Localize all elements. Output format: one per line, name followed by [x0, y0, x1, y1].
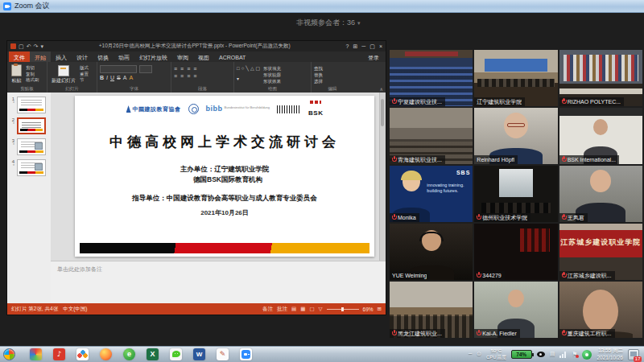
- shape-rect2-icon[interactable]: ▢: [256, 66, 261, 75]
- collapse-ribbon-icon[interactable]: ∧: [380, 86, 383, 92]
- undo-icon[interactable]: ↶: [27, 43, 31, 49]
- participant-tile[interactable]: 黑龙江建筑职业...: [390, 282, 473, 338]
- find-button[interactable]: 查找: [314, 66, 323, 72]
- line-spacing-button[interactable]: ≡: [193, 66, 196, 72]
- zoom-slider[interactable]: [327, 309, 359, 310]
- shape-arrow-icon[interactable]: △: [250, 66, 254, 75]
- ppt-tab-插入[interactable]: 插入: [51, 51, 72, 62]
- bullets-button[interactable]: ≡: [174, 66, 177, 72]
- underline-button[interactable]: U: [110, 75, 114, 80]
- bluetooth-icon[interactable]: ⊙: [477, 352, 481, 357]
- text-shadow-button[interactable]: A: [123, 75, 127, 80]
- participant-tile[interactable]: 344279: [474, 224, 557, 280]
- minimize-icon[interactable]: ─: [361, 43, 365, 49]
- cpu-temp-indicator[interactable]: 50°C CPU温度: [486, 348, 506, 360]
- layout-button[interactable]: 版式: [80, 65, 89, 71]
- participant-tile[interactable]: 王凤君: [559, 166, 642, 222]
- italic-button[interactable]: I: [106, 75, 108, 80]
- align-left-button[interactable]: ≡: [174, 73, 177, 79]
- netease-music-icon[interactable]: [53, 348, 65, 360]
- participant-tile[interactable]: 德州职业技术学院: [474, 166, 557, 222]
- font-size-select[interactable]: [139, 65, 152, 73]
- bold-button[interactable]: B: [100, 75, 104, 80]
- word-icon[interactable]: [193, 348, 205, 360]
- slide-sorter-view-icon[interactable]: ▦: [300, 306, 305, 312]
- ppt-tab-动画[interactable]: 动画: [114, 51, 134, 62]
- slide-scrollbar[interactable]: [379, 93, 386, 261]
- app-colorful-icon[interactable]: [30, 348, 42, 360]
- cut-button[interactable]: 剪切: [26, 65, 39, 71]
- network-icon[interactable]: [559, 351, 567, 358]
- participant-tile[interactable]: RIZHAO POLYTEC...: [559, 50, 642, 106]
- hidden-icons-arrow[interactable]: ─: [469, 352, 472, 357]
- format-painter-button[interactable]: 格式刷: [26, 77, 39, 83]
- paint-tool-icon[interactable]: [217, 348, 229, 360]
- select-button[interactable]: 选择: [314, 79, 323, 85]
- notes-pane[interactable]: 单击此处添加备注: [51, 261, 386, 303]
- participant-tile[interactable]: Reinhard Höpfl: [474, 108, 557, 164]
- replace-button[interactable]: 替换: [314, 72, 323, 79]
- action-center-flag-icon[interactable]: ⚑: [572, 352, 577, 358]
- ppt-tab-切换[interactable]: 切换: [93, 51, 114, 62]
- slide-canvas[interactable]: 中國建設教育協會 bibb Bundesinstitut für Berufsb…: [75, 96, 374, 257]
- restore-icon[interactable]: ▢: [369, 43, 375, 49]
- slide-thumbnail[interactable]: [17, 117, 46, 134]
- participant-tile[interactable]: SBSinnovating training. building futures…: [390, 166, 473, 222]
- text-direction-button[interactable]: ≡: [193, 73, 196, 79]
- thumbnail-row[interactable]: 2*: [10, 117, 48, 134]
- align-right-button[interactable]: ≡: [187, 73, 190, 79]
- slide-thumbnail[interactable]: [17, 138, 46, 155]
- save-icon[interactable]: ▢: [19, 43, 24, 49]
- quick-access-toolbar[interactable]: ▢ ↶ ↷ ▾: [10, 43, 43, 49]
- align-center-button[interactable]: ≡: [180, 73, 184, 79]
- shape-line-icon[interactable]: ╲: [246, 66, 249, 75]
- strikethrough-button[interactable]: S: [117, 75, 121, 80]
- font-color-button[interactable]: A: [129, 75, 133, 80]
- slideshow-view-icon[interactable]: ▽: [319, 306, 323, 312]
- wechat-icon[interactable]: [170, 348, 182, 360]
- shape-effects-button[interactable]: 形状效果: [263, 79, 281, 85]
- comments-toggle-button[interactable]: 批注: [277, 306, 287, 313]
- slide-thumbnail[interactable]: [17, 159, 46, 176]
- numbering-button[interactable]: ≡: [180, 66, 184, 72]
- ppt-tab-幻灯片放映[interactable]: 幻灯片放映: [134, 51, 172, 62]
- signin-link[interactable]: 登录: [368, 51, 386, 62]
- participant-tile[interactable]: 青海建筑职业技...: [390, 108, 473, 164]
- shape-outline-button[interactable]: 形状轮廓: [263, 72, 281, 79]
- ribbon-options-icon[interactable]: ⊞: [353, 43, 357, 49]
- status-ball-icon[interactable]: [582, 350, 592, 360]
- normal-view-icon[interactable]: ▤: [291, 306, 296, 312]
- battery-indicator[interactable]: 74%: [511, 350, 532, 359]
- thumbnail-row[interactable]: 1*: [10, 97, 48, 113]
- shape-fill-button[interactable]: 形状填充: [263, 66, 281, 72]
- slide-edit-area[interactable]: 中國建設教育協會 bibb Bundesinstitut für Berufsb…: [51, 93, 386, 261]
- paste-button[interactable]: 粘贴: [10, 64, 23, 85]
- firefox-icon[interactable]: [100, 348, 112, 360]
- indent-button[interactable]: ≡: [187, 66, 190, 72]
- slide-thumbnail-panel[interactable]: 1*2*3*4*: [7, 93, 52, 303]
- reading-view-icon[interactable]: ▢: [309, 306, 314, 312]
- ppt-tab-设计[interactable]: 设计: [72, 51, 93, 62]
- ppt-tab-ACROBAT[interactable]: ACROBAT: [214, 51, 250, 62]
- close-icon[interactable]: ×: [379, 43, 382, 49]
- new-slide-button[interactable]: 新建幻灯片: [50, 64, 77, 85]
- participant-tile[interactable]: BSK International...: [559, 108, 642, 164]
- thumbnail-row[interactable]: 4*: [10, 159, 48, 176]
- language-indicator[interactable]: 中文(中国): [63, 306, 87, 313]
- participant-tile[interactable]: Kai-A. Fiedler: [474, 282, 557, 338]
- redo-icon[interactable]: ↷: [34, 43, 39, 49]
- shape-circle-icon[interactable]: ○: [242, 66, 245, 75]
- clipboard-tray-icon[interactable]: ▤: [550, 352, 555, 357]
- participant-tile[interactable]: 辽宁建筑职业学院: [474, 50, 557, 106]
- participant-tile[interactable]: 宁夏建设职业技...: [390, 50, 473, 106]
- app-circles-icon[interactable]: [76, 348, 89, 360]
- section-button[interactable]: 节: [80, 77, 89, 83]
- shape-more-icon[interactable]: ▾: [237, 76, 239, 85]
- participant-tile[interactable]: YUE Weiming: [390, 224, 473, 280]
- participant-tile[interactable]: 江苏城乡建设职业学院江苏城乡建设职...: [559, 224, 642, 280]
- thumbnail-row[interactable]: 3*: [10, 138, 48, 155]
- zoom-app-icon[interactable]: [240, 348, 252, 360]
- excel-icon[interactable]: [147, 348, 159, 360]
- ppt-tab-审阅[interactable]: 审阅: [172, 51, 193, 62]
- ppt-tab-开始[interactable]: 开始: [30, 51, 51, 62]
